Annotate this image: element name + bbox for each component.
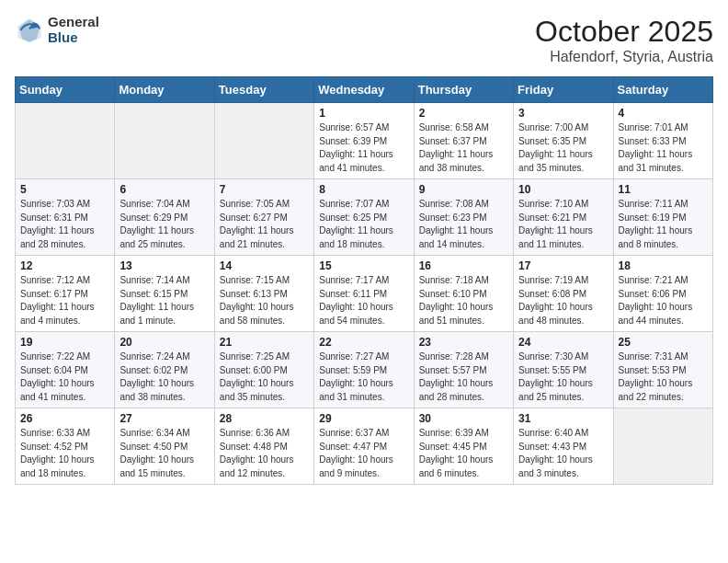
day-number: 15 [319, 259, 408, 272]
calendar-cell: 3Sunrise: 7:00 AMSunset: 6:35 PMDaylight… [514, 103, 613, 179]
calendar-cell [613, 408, 712, 485]
logo-icon [15, 16, 44, 45]
day-number: 26 [20, 412, 109, 425]
day-info: Sunrise: 7:31 AMSunset: 5:53 PMDaylight:… [619, 350, 708, 404]
calendar-cell: 17Sunrise: 7:19 AMSunset: 6:08 PMDayligh… [514, 256, 613, 332]
day-number: 22 [319, 336, 408, 349]
day-number: 5 [20, 183, 109, 196]
day-number: 13 [119, 259, 209, 272]
day-number: 23 [419, 336, 508, 349]
calendar-cell: 21Sunrise: 7:25 AMSunset: 6:00 PMDayligh… [214, 332, 313, 408]
calendar-cell: 10Sunrise: 7:10 AMSunset: 6:21 PMDayligh… [514, 179, 613, 256]
day-number: 6 [119, 183, 209, 196]
day-number: 16 [419, 259, 508, 272]
day-info: Sunrise: 7:18 AMSunset: 6:10 PMDaylight:… [419, 274, 508, 327]
day-info: Sunrise: 7:03 AMSunset: 6:31 PMDaylight:… [20, 198, 109, 251]
day-info: Sunrise: 7:27 AMSunset: 5:59 PMDaylight:… [319, 350, 408, 404]
weekday-header: Friday [514, 77, 613, 103]
day-number: 30 [419, 412, 508, 425]
day-number: 17 [518, 259, 608, 272]
day-info: Sunrise: 7:11 AMSunset: 6:19 PMDaylight:… [619, 198, 708, 251]
day-number: 3 [518, 107, 608, 120]
calendar-cell: 31Sunrise: 6:40 AMSunset: 4:43 PMDayligh… [514, 408, 613, 485]
calendar-cell: 1Sunrise: 6:57 AMSunset: 6:39 PMDaylight… [314, 103, 414, 179]
day-info: Sunrise: 6:57 AMSunset: 6:39 PMDaylight:… [319, 121, 408, 175]
day-info: Sunrise: 7:22 AMSunset: 6:04 PMDaylight:… [20, 350, 109, 404]
logo-general: General [48, 15, 99, 30]
calendar-cell: 7Sunrise: 7:05 AMSunset: 6:27 PMDaylight… [214, 179, 313, 256]
day-info: Sunrise: 6:36 AMSunset: 4:48 PMDaylight:… [220, 427, 309, 480]
calendar-cell: 23Sunrise: 7:28 AMSunset: 5:57 PMDayligh… [414, 332, 513, 408]
day-info: Sunrise: 7:04 AMSunset: 6:29 PMDaylight:… [119, 198, 209, 251]
calendar-cell: 18Sunrise: 7:21 AMSunset: 6:06 PMDayligh… [613, 256, 712, 332]
day-info: Sunrise: 7:00 AMSunset: 6:35 PMDaylight:… [518, 121, 608, 175]
day-number: 12 [20, 259, 109, 272]
day-info: Sunrise: 7:15 AMSunset: 6:13 PMDaylight:… [220, 274, 309, 327]
location-title: Hafendorf, Styria, Austria [535, 49, 713, 65]
day-number: 28 [220, 412, 309, 425]
calendar-cell: 30Sunrise: 6:39 AMSunset: 4:45 PMDayligh… [414, 408, 513, 485]
calendar-cell: 25Sunrise: 7:31 AMSunset: 5:53 PMDayligh… [613, 332, 712, 408]
weekday-header: Tuesday [214, 77, 313, 103]
calendar-cell: 9Sunrise: 7:08 AMSunset: 6:23 PMDaylight… [414, 179, 513, 256]
weekday-header: Wednesday [314, 77, 414, 103]
day-info: Sunrise: 6:39 AMSunset: 4:45 PMDaylight:… [419, 427, 508, 480]
day-info: Sunrise: 7:10 AMSunset: 6:21 PMDaylight:… [518, 198, 608, 251]
calendar-cell [214, 103, 313, 179]
weekday-header-row: SundayMondayTuesdayWednesdayThursdayFrid… [16, 77, 713, 103]
calendar-cell: 8Sunrise: 7:07 AMSunset: 6:25 PMDaylight… [314, 179, 414, 256]
calendar-cell: 20Sunrise: 7:24 AMSunset: 6:02 PMDayligh… [115, 332, 214, 408]
day-number: 31 [518, 412, 608, 425]
calendar-week-row: 19Sunrise: 7:22 AMSunset: 6:04 PMDayligh… [16, 332, 713, 408]
day-number: 4 [619, 107, 708, 120]
day-number: 27 [119, 412, 209, 425]
calendar-cell: 14Sunrise: 7:15 AMSunset: 6:13 PMDayligh… [214, 256, 313, 332]
day-info: Sunrise: 7:30 AMSunset: 5:55 PMDaylight:… [518, 350, 608, 404]
calendar-cell: 13Sunrise: 7:14 AMSunset: 6:15 PMDayligh… [115, 256, 214, 332]
day-info: Sunrise: 7:14 AMSunset: 6:15 PMDaylight:… [119, 274, 209, 327]
day-number: 10 [518, 183, 608, 196]
calendar-cell: 6Sunrise: 7:04 AMSunset: 6:29 PMDaylight… [115, 179, 214, 256]
calendar-cell: 24Sunrise: 7:30 AMSunset: 5:55 PMDayligh… [514, 332, 613, 408]
day-number: 18 [619, 259, 708, 272]
calendar-cell: 26Sunrise: 6:33 AMSunset: 4:52 PMDayligh… [16, 408, 115, 485]
day-info: Sunrise: 7:08 AMSunset: 6:23 PMDaylight:… [419, 198, 508, 251]
day-number: 11 [619, 183, 708, 196]
calendar-cell: 22Sunrise: 7:27 AMSunset: 5:59 PMDayligh… [314, 332, 414, 408]
day-info: Sunrise: 7:24 AMSunset: 6:02 PMDaylight:… [119, 350, 209, 404]
day-info: Sunrise: 7:25 AMSunset: 6:00 PMDaylight:… [220, 350, 309, 404]
calendar-cell: 12Sunrise: 7:12 AMSunset: 6:17 PMDayligh… [16, 256, 115, 332]
day-info: Sunrise: 7:05 AMSunset: 6:27 PMDaylight:… [220, 198, 309, 251]
day-info: Sunrise: 7:12 AMSunset: 6:17 PMDaylight:… [20, 274, 109, 327]
day-number: 1 [319, 107, 408, 120]
day-info: Sunrise: 7:01 AMSunset: 6:33 PMDaylight:… [619, 121, 708, 175]
logo-blue: Blue [48, 30, 99, 46]
day-number: 19 [20, 336, 109, 349]
calendar-cell: 15Sunrise: 7:17 AMSunset: 6:11 PMDayligh… [314, 256, 414, 332]
calendar-cell: 4Sunrise: 7:01 AMSunset: 6:33 PMDaylight… [613, 103, 712, 179]
day-number: 24 [518, 336, 608, 349]
day-info: Sunrise: 7:17 AMSunset: 6:11 PMDaylight:… [319, 274, 408, 327]
weekday-header: Thursday [414, 77, 513, 103]
calendar-week-row: 12Sunrise: 7:12 AMSunset: 6:17 PMDayligh… [16, 256, 713, 332]
day-number: 14 [220, 259, 309, 272]
calendar-cell: 2Sunrise: 6:58 AMSunset: 6:37 PMDaylight… [414, 103, 513, 179]
calendar-cell: 16Sunrise: 7:18 AMSunset: 6:10 PMDayligh… [414, 256, 513, 332]
day-info: Sunrise: 6:40 AMSunset: 4:43 PMDaylight:… [518, 427, 608, 480]
day-info: Sunrise: 6:37 AMSunset: 4:47 PMDaylight:… [319, 427, 408, 480]
calendar-cell: 19Sunrise: 7:22 AMSunset: 6:04 PMDayligh… [16, 332, 115, 408]
day-number: 7 [220, 183, 309, 196]
day-number: 8 [319, 183, 408, 196]
day-info: Sunrise: 6:34 AMSunset: 4:50 PMDaylight:… [119, 427, 209, 480]
calendar-cell: 5Sunrise: 7:03 AMSunset: 6:31 PMDaylight… [16, 179, 115, 256]
calendar-cell [16, 103, 115, 179]
day-number: 20 [119, 336, 209, 349]
day-number: 2 [419, 107, 508, 120]
month-title: October 2025 [535, 15, 713, 49]
day-info: Sunrise: 7:21 AMSunset: 6:06 PMDaylight:… [619, 274, 708, 327]
logo-text: General Blue [48, 15, 99, 45]
calendar-cell: 11Sunrise: 7:11 AMSunset: 6:19 PMDayligh… [613, 179, 712, 256]
day-number: 25 [619, 336, 708, 349]
day-number: 29 [319, 412, 408, 425]
day-number: 21 [220, 336, 309, 349]
